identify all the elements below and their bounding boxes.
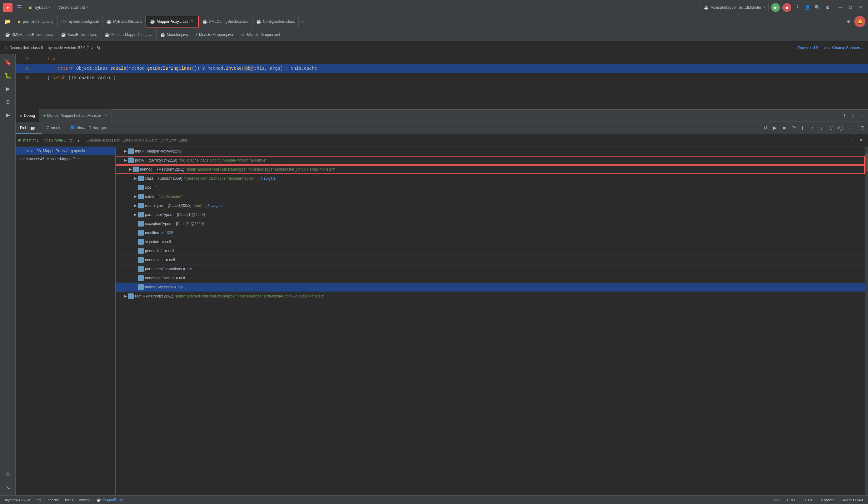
tab-mybatis-config[interactable]: <> mybatis-config.xml (58, 16, 103, 28)
var-returntype-navigate[interactable]: ... Navigate (204, 203, 223, 208)
run-button[interactable]: ▶ (771, 3, 780, 12)
var-clazz-expand[interactable]: ▶ (133, 176, 138, 181)
sidebar-debug[interactable]: 🐛 (2, 70, 13, 81)
callstack-item-invoke[interactable]: ↩ invoke:83, MapperProxy (org.apache. (16, 147, 115, 155)
var-this[interactable]: ▶ i this = {MapperProxy@2253} (116, 147, 865, 156)
tab-basebuilder[interactable]: ☕ BaseBuilder.class (57, 29, 101, 41)
bc-apache[interactable]: apache (46, 497, 60, 502)
variables-scrollbar-thumb[interactable] (865, 153, 868, 172)
user-icon[interactable]: 👤 (804, 4, 811, 11)
debug-session-mmt-close[interactable]: ✕ (105, 113, 108, 117)
var-proxy[interactable]: ▶ i proxy = {$Proxy7@2219} "org.apache.i… (116, 156, 865, 165)
sidebar-profiler[interactable]: ⊙ (2, 96, 13, 107)
tab-xmlmapperbuilder[interactable]: ☕ XMLMapperBuilder.class (1, 29, 57, 41)
debug-dots-icon[interactable]: ⋮ (840, 112, 848, 119)
bc-jar[interactable]: mybatis-3.5.7.jar (4, 497, 32, 502)
var-genericinfo[interactable]: ▶ i genericInfo = null (116, 247, 865, 256)
stop-button[interactable]: ■ (782, 3, 791, 12)
bc-binding[interactable]: binding (78, 497, 92, 502)
bc-ibatis[interactable]: ibatis (64, 497, 74, 502)
debug-mute-icon[interactable]: ◯ (836, 123, 845, 132)
status-encoding[interactable]: UTF-8 (803, 497, 815, 502)
sidebar-problems[interactable]: ⚠ (2, 469, 13, 480)
minimize-button[interactable]: — (836, 3, 845, 12)
tab-monster[interactable]: ☕ Monster.java (156, 29, 192, 41)
status-lines[interactable]: 540 of 1774M (841, 497, 864, 502)
tab-mapperproxy[interactable]: ☕ MapperProxy.class ✕ (146, 16, 198, 28)
tab-mybatisutils[interactable]: ☕ MyBatisUtils.java (103, 16, 146, 28)
watch-dropdown-icon[interactable]: ▾ (857, 136, 866, 145)
var-name[interactable]: ▶ i name = "addMonster" (116, 192, 865, 201)
tab-configuration[interactable]: ☕ Configuration.class (252, 16, 299, 28)
bc-mapperproxy[interactable]: ☕ MapperProxy (95, 497, 124, 502)
debug-tab-debugger[interactable]: Debugger (16, 122, 42, 134)
debug-expand-icon[interactable]: ⤢ (849, 112, 857, 119)
settings-icon[interactable]: ⚙ (824, 4, 831, 11)
var-annotations[interactable]: ▶ i annotations = null (116, 256, 865, 265)
more-icon[interactable]: ⋮ (794, 4, 801, 11)
sidebar-git[interactable]: ⌥ (2, 482, 13, 493)
sidebar-run[interactable]: ▶ (2, 83, 13, 94)
debug-stop-icon[interactable]: ■ (780, 123, 789, 132)
debug-rerun-icon[interactable]: ↺ (761, 123, 770, 132)
var-returntype-expand[interactable]: ▶ (133, 203, 138, 208)
var-name-expand[interactable]: ▶ (133, 194, 138, 199)
debug-pause-icon[interactable]: ⏸ (799, 123, 807, 132)
var-signature[interactable]: ▶ i signature = null (116, 237, 865, 247)
callstack-item-addmonster[interactable]: addMonster:45, MonsterMapperTest ... (16, 155, 115, 163)
var-modifiers[interactable]: ▶ i modifiers = 1025 (116, 228, 865, 237)
sidebar-terminal[interactable]: ▶ (2, 109, 13, 121)
var-annotationdefault[interactable]: ▶ i annotationDefault = null (116, 274, 865, 283)
tab-monstermapper-java[interactable]: ℹ MonsterMapper.java (192, 29, 237, 41)
filter-icon[interactable]: ▽ (68, 137, 74, 143)
var-parameterannotations[interactable]: ▶ i parameterAnnotations = null (116, 265, 865, 274)
download-sources-link[interactable]: Download Sources (798, 45, 830, 50)
sidebar-bookmark[interactable]: 🔖 (2, 57, 13, 68)
var-slot[interactable]: ▶ i slot = 4 (116, 183, 865, 192)
status-indent[interactable]: 4 spaces (819, 497, 836, 502)
tab-monstermapper-xml[interactable]: <> MonsterMapper.xml (237, 29, 284, 41)
debug-step-into-icon[interactable]: ↓ (817, 123, 826, 132)
add-watch-icon[interactable]: + (847, 136, 856, 145)
tab-monstermappertest[interactable]: ☕ MonsterMapperTest.java (101, 29, 156, 41)
var-clazz-navigate[interactable]: ... Navigate (257, 176, 276, 181)
status-position[interactable]: 38:1 (772, 497, 781, 502)
debug-more-icon[interactable]: ⋯ (846, 123, 854, 132)
debug-minimize-icon[interactable]: — (858, 112, 866, 119)
search-icon[interactable]: 🔍 (814, 4, 821, 11)
vc-selector[interactable]: Version control ▾ (55, 4, 91, 11)
var-method[interactable]: ▶ i method = {Method@2251} "public abstr… (116, 165, 865, 174)
var-proxy-expand[interactable]: ▶ (123, 158, 128, 163)
debug-session-tab-debug[interactable]: ● Debug (16, 109, 39, 122)
choose-sources-link[interactable]: Choose Sources... (832, 45, 863, 50)
tabs-more-button[interactable]: » (299, 19, 306, 24)
tab-xmlconfigbuilder[interactable]: ☕ XMLConfigBuilder.class (199, 16, 253, 28)
var-root[interactable]: ▶ i root = {Method@2261} "public abstrac… (116, 292, 865, 301)
tab-pom[interactable]: m pom.xml (mybatis) (14, 16, 58, 28)
close-button[interactable]: ✕ (856, 3, 865, 12)
debug-tab-visual[interactable]: 🔵 Visual Debugger (66, 122, 111, 134)
var-method-expand[interactable]: ▶ (128, 167, 133, 172)
notification-icon[interactable]: 🔔 (854, 16, 866, 27)
maximize-button[interactable]: □ (846, 3, 855, 12)
var-parametertypes-expand[interactable]: ▶ (133, 212, 138, 217)
run-config-selector[interactable]: ☕ MonsterMapperTes...dMonster ▾ (701, 4, 769, 11)
var-exceptiontypes[interactable]: ▶ i exceptionTypes = {Class[0]@2260} (116, 219, 865, 228)
watch-expression-input[interactable] (84, 137, 844, 144)
debug-step-back-icon[interactable]: ⬡ (827, 123, 836, 132)
var-methodaccessor[interactable]: ▶ i methodAccessor = null (116, 283, 865, 292)
debug-step-out-icon[interactable]: ↑ (808, 123, 817, 132)
tabs-settings-button[interactable]: ⚙ (844, 19, 853, 24)
var-clazz[interactable]: ▶ i clazz = {Class@1659} "interface com.… (116, 174, 865, 183)
status-line-sep[interactable]: CRLF (786, 497, 797, 502)
var-returntype[interactable]: ▶ i returnType = {Class@2258} "void" ...… (116, 201, 865, 210)
var-this-expand[interactable]: ▶ (123, 149, 128, 154)
debug-session-tab-mmt[interactable]: ◀ MonsterMapperTest.addMonster ✕ (39, 109, 112, 122)
var-parametertypes[interactable]: ▶ i parameterTypes = {Class[1]@2259} (116, 210, 865, 219)
bc-org[interactable]: org (35, 497, 43, 502)
project-selector[interactable]: m mybatis ▾ (26, 4, 53, 11)
variables-scrollbar[interactable] (865, 147, 868, 495)
debug-resume-icon[interactable]: ▶ (771, 123, 779, 132)
tab-folder[interactable]: 📁 (1, 16, 14, 28)
debug-layout-icon[interactable]: ⊟ (858, 123, 867, 132)
